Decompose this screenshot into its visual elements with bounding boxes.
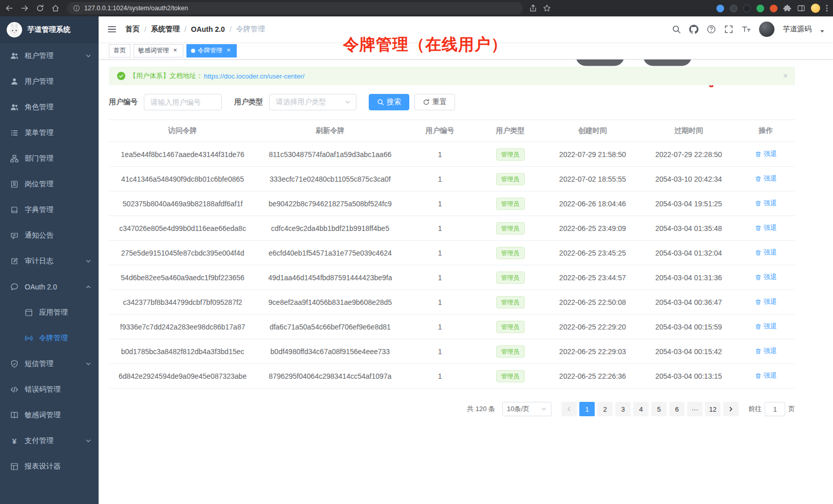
search-button[interactable]: 搜索 [369, 94, 409, 110]
force-logout-button[interactable]: 强退 [755, 297, 777, 306]
force-logout-button[interactable]: 强退 [755, 322, 777, 331]
sidebar-item-errorcode[interactable]: 错误码管理 [0, 377, 99, 402]
sidebar-item-report[interactable]: 报表设计器 [0, 454, 99, 479]
page-button[interactable]: 5 [651, 402, 667, 416]
force-logout-button[interactable]: 强退 [755, 223, 777, 232]
page-button[interactable]: 12 [705, 402, 721, 416]
extension-dark2-icon[interactable] [743, 5, 751, 12]
github-icon[interactable] [689, 25, 698, 34]
tab-close-icon[interactable]: × [225, 47, 232, 54]
sidebar-item-app[interactable]: 应用管理 [0, 300, 99, 325]
puzzle-extensions-icon[interactable] [783, 4, 791, 12]
delete-icon [755, 323, 762, 330]
font-size-icon[interactable] [742, 25, 751, 34]
next-page-button[interactable] [723, 402, 739, 416]
chevron-down-icon[interactable] [820, 29, 825, 34]
cell-refresh-token: dfa6c71a50a54c66bef706ef9e6e8d81 [256, 315, 404, 339]
tab-item[interactable]: 令牌管理× [186, 44, 237, 57]
site-info-icon[interactable] [73, 5, 80, 12]
user-name[interactable]: 芋道源码 [783, 25, 811, 34]
sidebar-item-dict[interactable]: 字典管理 [0, 197, 99, 223]
tab-item[interactable]: 首页 [109, 44, 130, 57]
forward-icon[interactable] [21, 4, 29, 12]
pagination-total: 共 120 条 [467, 404, 495, 414]
tab-close-icon[interactable]: × [172, 47, 179, 54]
sidebar-item-label: 租户管理 [25, 51, 53, 61]
url-bar[interactable]: 127.0.0.1:1024/system/oauth2/token [67, 2, 523, 14]
alert-close-icon[interactable]: × [783, 72, 788, 80]
split-view-icon[interactable] [797, 4, 805, 12]
search-icon[interactable] [672, 25, 681, 34]
user-icon [10, 77, 18, 86]
sidebar-item-tenant[interactable]: 租户管理 [0, 43, 99, 69]
page-button[interactable]: 3 [615, 402, 631, 416]
breadcrumb-item[interactable]: 系统管理 [151, 25, 180, 34]
reset-button-label: 重置 [432, 98, 447, 107]
extension-green-icon[interactable] [756, 5, 764, 12]
back-icon[interactable] [5, 4, 13, 12]
fullscreen-icon[interactable] [724, 25, 733, 34]
cell-expire-time: 2054-03-04 01:31:36 [640, 265, 736, 290]
extension-dark-icon[interactable] [730, 5, 737, 12]
breadcrumb-item[interactable]: OAuth 2.0 [191, 25, 225, 33]
reload-icon[interactable] [36, 4, 44, 12]
force-logout-button[interactable]: 强退 [755, 199, 777, 208]
sidebar-item-menu[interactable]: 菜单管理 [0, 120, 99, 146]
force-logout-button[interactable]: 强退 [755, 346, 777, 356]
prev-page-button[interactable] [561, 402, 577, 416]
delete-icon [755, 249, 762, 256]
bookmark-star-icon[interactable] [543, 4, 551, 12]
browser-profile-avatar[interactable] [811, 4, 820, 13]
extension-red-icon[interactable] [770, 5, 778, 12]
hamburger-icon[interactable] [107, 24, 117, 34]
user-type-select[interactable]: 请选择用户类型 [269, 94, 356, 110]
page-button[interactable]: 1 [579, 402, 595, 416]
sidebar-item-audit[interactable]: 审计日志 [0, 248, 99, 274]
share-icon[interactable] [529, 4, 537, 12]
force-logout-button[interactable]: 强退 [755, 174, 777, 183]
help-icon[interactable] [707, 25, 716, 34]
force-logout-button[interactable]: 强退 [755, 371, 777, 380]
app-icon [25, 308, 33, 317]
page-button[interactable]: 4 [633, 402, 649, 416]
page-size-select[interactable]: 10条/页 [502, 402, 552, 416]
force-logout-button[interactable]: 强退 [755, 273, 777, 282]
logo-avatar [7, 22, 22, 37]
user-id-input[interactable] [144, 94, 222, 110]
force-logout-button[interactable]: 强退 [755, 149, 777, 159]
cell-user-id: 1 [404, 339, 476, 364]
extension-blue-icon[interactable] [716, 5, 724, 12]
page-ellipsis-button[interactable]: ··· [687, 402, 703, 416]
user-avatar[interactable] [759, 22, 774, 37]
sidebar-item-dept[interactable]: 部门管理 [0, 146, 99, 171]
force-logout-button[interactable]: 强退 [755, 248, 777, 257]
page-button[interactable]: 2 [597, 402, 613, 416]
sidebar-item-oauth2[interactable]: OAuth 2.0 [0, 274, 99, 300]
cell-access-token: 6d842e2924594de9a09e45e087323abe [109, 364, 256, 389]
sidebar-item-label: 用户管理 [25, 77, 53, 86]
goto-page-input[interactable] [765, 402, 785, 416]
logo[interactable]: 芋道管理系统 [0, 16, 99, 43]
browser-menu-icon[interactable] [826, 4, 828, 12]
breadcrumb-item[interactable]: 首页 [125, 25, 140, 34]
page-button[interactable]: 6 [669, 402, 685, 416]
alert-link[interactable]: https://doc.iocoder.cn/user-center/ [204, 72, 305, 80]
sidebar-item-pay[interactable]: ¥支付管理 [0, 428, 99, 454]
cell-user-type: 管理员 [476, 142, 545, 167]
cell-expire-time: 2054-03-04 01:35:48 [640, 216, 736, 241]
reset-button[interactable]: 重置 [414, 94, 455, 110]
sidebar-item-sensitive[interactable]: 敏感词管理 [0, 402, 99, 428]
sidebar-item-notice[interactable]: 通知公告 [0, 223, 99, 248]
force-logout-label: 强退 [764, 174, 777, 183]
sidebar-item-role[interactable]: 角色管理 [0, 94, 99, 120]
home-icon[interactable] [51, 4, 60, 12]
tab-item[interactable]: 敏感词管理× [134, 44, 183, 57]
breadcrumb-separator: / [144, 25, 146, 33]
sidebar-item-sms[interactable]: 短信管理 [0, 351, 99, 377]
sidebar-item-user[interactable]: 用户管理 [0, 69, 99, 94]
sidebar-item-token[interactable]: 令牌管理 [0, 325, 99, 351]
sidebar-item-post[interactable]: 岗位管理 [0, 171, 99, 197]
search-icon [377, 99, 384, 106]
cell-refresh-token: b0df4980ffd34c67a08f9156e4eee733 [256, 339, 404, 364]
cell-created-time: 2022-07-02 18:55:55 [544, 167, 640, 191]
